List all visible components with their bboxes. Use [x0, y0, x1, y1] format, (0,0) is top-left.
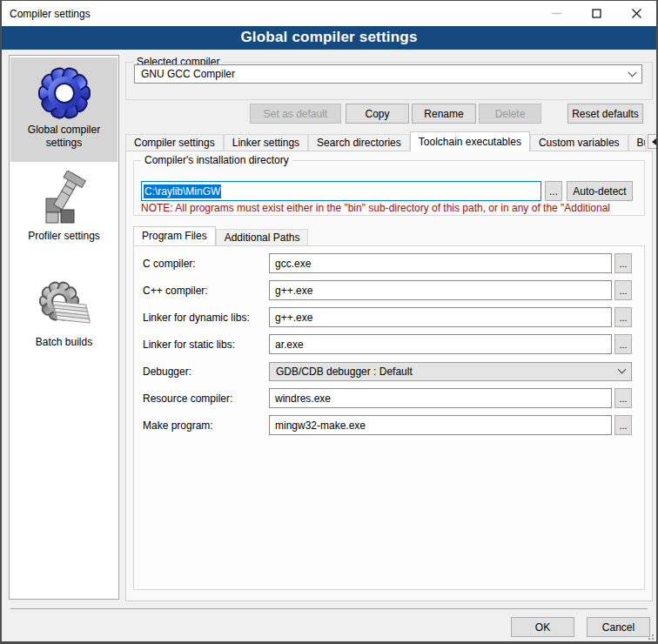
sidebar-item-global-compiler-settings[interactable]: Global compiler settings [10, 57, 118, 162]
footer-divider [10, 608, 648, 609]
tab-search-directories[interactable]: Search directories [308, 134, 410, 151]
selected-compiler-value: GNU GCC Compiler [141, 68, 629, 80]
c-compiler-input[interactable] [269, 253, 612, 273]
field-row-cpp-compiler: C++ compiler: ... [143, 280, 632, 300]
close-icon [632, 9, 641, 18]
browse-ellipsis-button[interactable]: ... [614, 280, 632, 300]
field-row-debugger: Debugger: GDB/CDB debugger : Default [143, 361, 632, 381]
sidebar-item-label: Profiler settings [10, 230, 118, 243]
installation-directory-group: Compiler's installation directory C:\ray… [133, 160, 645, 216]
field-label: C++ compiler: [143, 285, 269, 297]
window-title: Compiler settings [10, 8, 91, 20]
field-label: Debugger: [143, 366, 269, 378]
browse-ellipsis-button[interactable]: ... [614, 307, 632, 327]
field-label: C compiler: [143, 258, 269, 270]
resize-grip[interactable] [644, 630, 655, 641]
field-row-c-compiler: C compiler: ... [143, 253, 632, 273]
installation-directory-input[interactable]: C:\raylib\MinGW [141, 181, 541, 201]
field-row-resource-compiler: Resource compiler: ... [143, 388, 632, 408]
sidebar-item-batch-builds[interactable]: Batch builds [10, 270, 118, 374]
blue-gear-icon [10, 57, 118, 124]
ok-button[interactable]: OK [511, 617, 574, 637]
sidebar-item-profiler-settings[interactable]: Profiler settings [10, 164, 118, 268]
debugger-value: GDB/CDB debugger : Default [276, 366, 619, 378]
program-files-tabstrip: Program Files Additional Paths [133, 226, 308, 245]
field-row-linker-dynamic: Linker for dynamic libs: ... [143, 307, 632, 327]
cpp-compiler-input[interactable] [269, 280, 612, 300]
program-files-page: C compiler: ... C++ compiler: ... Linker… [133, 245, 645, 590]
field-row-linker-static: Linker for static libs: ... [143, 334, 632, 354]
toolchain-executables-page: Compiler's installation directory C:\ray… [125, 151, 653, 601]
main-panel: Selected compiler GNU GCC Compiler Set a… [125, 50, 653, 610]
minimize-button[interactable] [536, 1, 576, 26]
chevron-down-icon [618, 366, 627, 374]
bin-subdirectory-note: NOTE: All programs must exist either in … [141, 202, 642, 214]
browse-ellipsis-button[interactable]: ... [614, 415, 632, 435]
delete-button[interactable]: Delete [479, 104, 541, 124]
field-row-make-program: Make program: ... [143, 415, 632, 435]
toolchain-tabstrip: Compiler settings Linker settings Search… [125, 131, 653, 151]
auto-detect-button[interactable]: Auto-detect [567, 181, 633, 201]
maximize-icon [592, 9, 601, 18]
field-label: Make program: [143, 419, 269, 432]
tab-compiler-settings[interactable]: Compiler settings [125, 134, 224, 151]
tab-scroll-left-button[interactable] [648, 134, 658, 149]
field-label: Linker for dynamic libs: [143, 312, 269, 324]
linker-dynamic-input[interactable] [269, 307, 612, 327]
set-as-default-button[interactable]: Set as default [250, 104, 341, 124]
field-label: Linker for static libs: [143, 339, 269, 351]
linker-static-input[interactable] [269, 334, 612, 354]
page-title: Global compiler settings [2, 26, 656, 50]
tab-program-files[interactable]: Program Files [133, 226, 216, 245]
browse-ellipsis-button[interactable]: ... [614, 253, 632, 273]
minimize-icon [552, 9, 561, 18]
installation-directory-value: C:\raylib\MinGW [144, 184, 221, 198]
tab-custom-variables[interactable]: Custom variables [530, 134, 628, 151]
sidebar-item-label: Global compiler settings [10, 124, 118, 150]
browse-ellipsis-button[interactable]: ... [614, 388, 632, 408]
browse-ellipsis-button[interactable]: ... [614, 334, 632, 354]
tab-scroll-buttons [647, 134, 658, 149]
titlebar: Compiler settings [2, 1, 656, 26]
chevron-down-icon [628, 68, 637, 77]
window-controls [536, 1, 656, 26]
settings-category-list: Global compiler settings Profiler settin… [9, 55, 119, 600]
tab-toolchain-executables[interactable]: Toolchain executables [410, 131, 530, 151]
close-button[interactable] [616, 1, 656, 26]
copy-button[interactable]: Copy [346, 104, 409, 124]
resource-compiler-input[interactable] [269, 388, 612, 408]
gear-stack-icon [10, 270, 118, 336]
debugger-dropdown[interactable]: GDB/CDB debugger : Default [269, 362, 632, 381]
group-label: Compiler's installation directory [141, 154, 292, 166]
rename-button[interactable]: Rename [412, 104, 476, 124]
tab-additional-paths[interactable]: Additional Paths [216, 229, 309, 245]
compiler-settings-dialog: Compiler settings Global compiler settin… [0, 0, 658, 644]
tab-build-options[interactable]: Build [628, 134, 646, 151]
selected-compiler-dropdown[interactable]: GNU GCC Compiler [134, 64, 642, 84]
browse-ellipsis-button[interactable]: ... [545, 181, 562, 201]
maximize-button[interactable] [576, 1, 616, 26]
caliper-icon [10, 164, 118, 230]
field-label: Resource compiler: [143, 392, 269, 405]
scroll-left-icon [652, 138, 656, 145]
sidebar-item-label: Batch builds [10, 336, 118, 349]
reset-defaults-button[interactable]: Reset defaults [567, 104, 643, 124]
tab-linker-settings[interactable]: Linker settings [224, 134, 308, 151]
cancel-button[interactable]: Cancel [587, 617, 650, 637]
make-program-input[interactable] [269, 415, 612, 435]
